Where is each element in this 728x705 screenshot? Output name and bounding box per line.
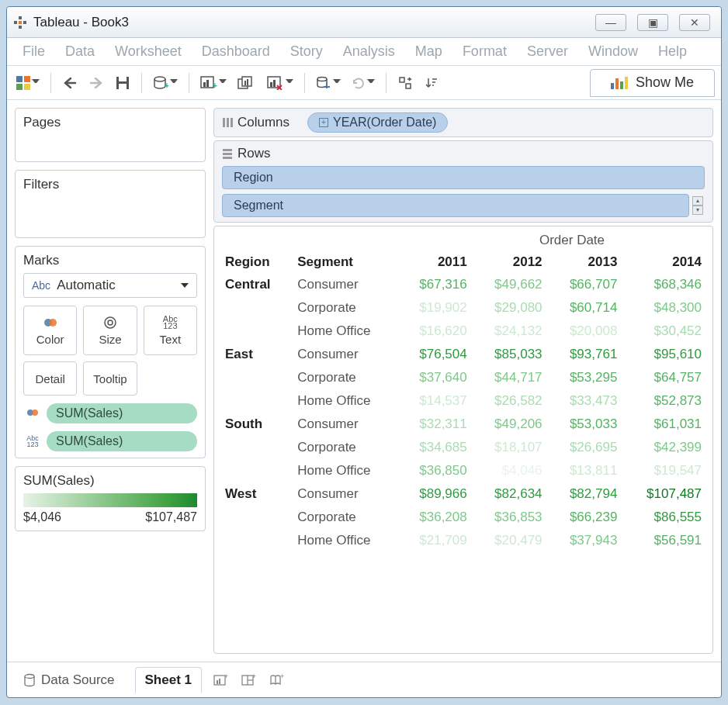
cell-region[interactable]: Central [219,273,291,296]
cell-value[interactable]: $20,008 [549,320,624,343]
menu-file[interactable]: File [16,40,51,63]
tab-data-source[interactable]: Data Source [15,668,124,693]
new-worksheet-tab[interactable]: + [213,673,230,687]
show-me-button[interactable]: Show Me [590,69,715,97]
marks-detail-button[interactable]: Detail [23,361,77,396]
cell-segment[interactable]: Corporate [291,366,398,389]
cell-segment[interactable]: Consumer [291,343,398,366]
swap-button[interactable] [394,72,416,94]
col-header-region[interactable]: Region [219,251,291,273]
new-dashboard-tab[interactable]: + [241,673,258,687]
new-worksheet-button[interactable]: + [197,72,230,94]
cell-value[interactable]: $66,239 [549,506,624,529]
rows-shelf[interactable]: Rows Region Segment ▴▾ [213,140,713,223]
cell-value[interactable]: $66,707 [549,273,624,296]
marks-color-pill[interactable]: SUM(Sales) [47,403,197,423]
rows-field-region[interactable]: Region [222,166,705,189]
cell-region[interactable]: West [219,482,291,506]
marks-type-select[interactable]: Abc Automatic [23,273,197,298]
cell-region[interactable] [219,366,291,389]
cell-segment[interactable]: Home Office [291,320,398,343]
cell-value[interactable]: $93,761 [549,343,624,366]
cell-value[interactable]: $14,537 [398,389,473,413]
cell-region[interactable] [219,436,291,459]
close-button[interactable]: ✕ [679,14,710,31]
menu-format[interactable]: Format [456,40,513,63]
rows-scroll[interactable]: ▴▾ [692,196,705,215]
cell-value[interactable]: $49,206 [473,413,549,436]
tab-sheet-1[interactable]: Sheet 1 [135,667,202,693]
cell-segment[interactable]: Consumer [291,482,398,506]
marks-size-button[interactable]: Size [83,306,137,355]
clear-sheet-button[interactable] [264,72,296,94]
cell-region[interactable] [219,320,291,343]
cell-segment[interactable]: Home Office [291,389,398,413]
cell-region[interactable] [219,296,291,320]
menu-data[interactable]: Data [59,40,101,63]
columns-shelf[interactable]: Columns + YEAR(Order Date) [213,108,713,137]
cell-value[interactable]: $26,695 [549,436,624,459]
cell-value[interactable]: $82,634 [473,482,549,506]
col-header-2013[interactable]: 2013 [549,251,624,273]
menu-help[interactable]: Help [652,40,693,63]
cell-segment[interactable]: Home Office [291,529,398,552]
cell-value[interactable]: $42,399 [623,436,708,459]
cell-value[interactable]: $49,662 [473,273,549,296]
cell-segment[interactable]: Consumer [291,413,398,436]
cell-region[interactable] [219,529,291,552]
cell-value[interactable]: $26,582 [473,389,549,413]
cell-value[interactable]: $36,853 [473,506,549,529]
cell-segment[interactable]: Corporate [291,296,398,320]
cell-region[interactable]: South [219,413,291,436]
tableau-logo-button[interactable] [13,72,43,94]
cell-value[interactable]: $64,757 [623,366,708,389]
col-header-segment[interactable]: Segment [291,251,398,273]
cell-value[interactable]: $95,610 [623,343,708,366]
columns-field-year[interactable]: + YEAR(Order Date) [307,112,448,133]
maximize-button[interactable]: ▣ [637,14,668,31]
cell-value[interactable]: $44,717 [473,366,549,389]
menu-worksheet[interactable]: Worksheet [109,40,188,63]
back-button[interactable] [59,72,81,94]
cell-value[interactable]: $16,620 [398,320,473,343]
menu-window[interactable]: Window [582,40,644,63]
cell-value[interactable]: $19,547 [623,459,708,482]
cell-value[interactable]: $85,033 [473,343,549,366]
menu-story[interactable]: Story [284,40,329,63]
marks-color-button[interactable]: Color [23,306,77,355]
sort-button[interactable] [421,72,442,94]
pages-shelf[interactable]: Pages [15,108,206,162]
cell-value[interactable]: $60,714 [549,296,624,320]
cell-value[interactable]: $53,033 [549,413,624,436]
cell-value[interactable]: $34,685 [398,436,473,459]
cell-value[interactable]: $52,873 [623,389,708,413]
cell-value[interactable]: $33,473 [549,389,624,413]
col-header-2012[interactable]: 2012 [473,251,549,273]
cell-value[interactable]: $30,452 [623,320,708,343]
forward-button[interactable] [85,72,107,94]
cell-value[interactable]: $29,080 [473,296,549,320]
refresh-button[interactable] [348,72,378,94]
cell-value[interactable]: $89,966 [398,482,473,506]
menu-map[interactable]: Map [409,40,449,63]
new-story-tab[interactable]: + [269,673,286,687]
marks-text-pill[interactable]: SUM(Sales) [47,431,197,451]
cell-value[interactable]: $18,107 [473,436,549,459]
col-header-2011[interactable]: 2011 [398,251,473,273]
cell-region[interactable]: East [219,343,291,366]
legend-gradient[interactable] [23,493,197,507]
new-datasource-button[interactable]: + [150,72,181,94]
minimize-button[interactable]: — [595,14,626,31]
cell-value[interactable]: $37,640 [398,366,473,389]
cell-segment[interactable]: Corporate [291,506,398,529]
col-header-2014[interactable]: 2014 [623,251,708,273]
cell-segment[interactable]: Home Office [291,459,398,482]
cell-value[interactable]: $86,555 [623,506,708,529]
rows-field-segment[interactable]: Segment [222,194,689,217]
cell-value[interactable]: $21,709 [398,529,473,552]
cell-region[interactable] [219,506,291,529]
cell-value[interactable]: $36,208 [398,506,473,529]
cell-segment[interactable]: Corporate [291,436,398,459]
cell-value[interactable]: $19,902 [398,296,473,320]
cell-region[interactable] [219,389,291,413]
